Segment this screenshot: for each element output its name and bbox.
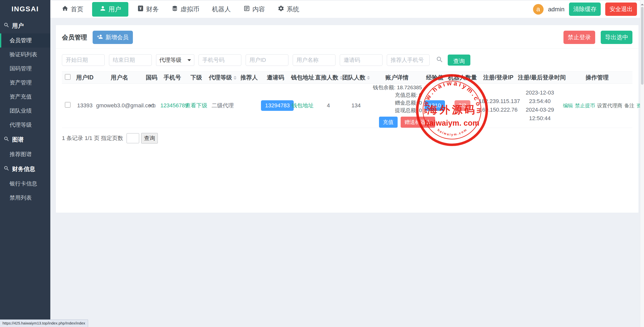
page-go-button[interactable]: 查询	[141, 133, 158, 144]
remark-link[interactable]: 备注	[624, 103, 634, 108]
phone-input[interactable]	[199, 54, 241, 66]
sidebar-item-bank-card-info[interactable]: 银行卡信息	[0, 177, 50, 191]
last-login-time: 2024-03-29 12:50:44	[518, 106, 562, 123]
chevron-down-icon	[187, 59, 191, 63]
add-member-button[interactable]: 新增会员	[93, 31, 133, 44]
sort-caret-icon[interactable]	[234, 76, 237, 80]
scrollbar[interactable]	[640, 0, 644, 327]
table-header-row: 用户ID 用户名 国码 手机号 下级 代理等级 推荐人 邀请码 钱包地址 直推人…	[62, 72, 632, 84]
sidebar-item-agent-level[interactable]: 代理等级	[0, 118, 50, 132]
page-number-input[interactable]	[127, 133, 139, 143]
sidebar-item-country-code[interactable]: 国码管理	[0, 62, 50, 76]
col-direct-count[interactable]: 直推人数	[315, 72, 342, 84]
clear-cache-button[interactable]: 清除缓存	[569, 3, 601, 16]
cell-ips: 182.239.115.137 169.150.222.76	[479, 84, 518, 128]
col-team-count[interactable]: 团队人数	[342, 72, 370, 84]
col-referrer: 推荐人	[237, 72, 261, 84]
magnifier-icon	[4, 136, 10, 144]
filter-bar: 代理等级 查询	[56, 49, 638, 70]
sidebar-section-label: 财务信息	[12, 165, 35, 173]
coins-icon	[171, 5, 178, 13]
home-icon	[62, 5, 68, 13]
sidebar-section-finance-info[interactable]: 财务信息	[0, 161, 50, 177]
sidebar-section-label: 用户	[12, 22, 24, 30]
member-management-card: 会员管理 新增会员 禁止登录 导出选中 代理等级 查询	[56, 25, 638, 213]
pagination-summary: 1 条记录 1/1 页 指定页数	[62, 134, 123, 142]
register-time: 2023-12-03 23:54:40	[518, 88, 562, 106]
username-input[interactable]	[293, 54, 335, 66]
nav-item-system[interactable]: 系统	[271, 0, 306, 18]
end-date-input[interactable]	[109, 54, 152, 66]
sidebar-item-member-management[interactable]: 会员管理	[0, 33, 50, 48]
cell-agent-level: 二级代理	[208, 84, 237, 128]
invite-code-badge: 13294783	[261, 100, 294, 111]
sidebar-item-referral-graph[interactable]: 推荐图谱	[0, 147, 50, 161]
search-button[interactable]: 查询	[448, 55, 470, 66]
sidebar-item-disabled-list[interactable]: 禁用列表	[0, 191, 50, 205]
table-row: 13393 gmoweb3.0@gmail.com +1 123456789 查…	[62, 84, 632, 128]
sidebar-item-asset-recharge[interactable]: 资产充值	[0, 90, 50, 104]
cell-referrer	[237, 84, 261, 128]
wallet-address-link[interactable]: 钱包地址	[291, 102, 314, 109]
forbid-withdraw-link[interactable]: 禁止提币	[575, 103, 595, 108]
content-icon	[243, 5, 250, 13]
col-user-id: 用户ID	[73, 72, 96, 84]
nav-item-finance[interactable]: ¥ 财务	[131, 0, 165, 18]
sort-caret-icon[interactable]	[367, 76, 370, 80]
user-id-input[interactable]	[246, 54, 288, 66]
sidebar-item-captcha-list[interactable]: 验证码列表	[0, 48, 50, 62]
edit-link[interactable]: 编辑	[563, 103, 573, 108]
nav-item-crypto[interactable]: 虚拟币	[165, 0, 206, 18]
user-plus-icon	[97, 34, 103, 41]
nav-item-content[interactable]: 内容	[237, 0, 271, 18]
cell-username: gmoweb3.0@gmail.com	[96, 84, 143, 128]
col-account-details: 账户详情	[370, 72, 423, 84]
forbid-login-button[interactable]: 禁止登录	[563, 31, 595, 44]
wallet-balance-value: 18.726385	[397, 84, 422, 90]
robot-count-badge: 2/3	[454, 100, 470, 111]
cell-team-count: 134	[342, 84, 370, 128]
row-checkbox[interactable]	[65, 102, 70, 108]
nav-item-users[interactable]: 用户	[92, 2, 128, 17]
start-date-input[interactable]	[62, 54, 105, 66]
referrer-phone-input[interactable]	[387, 54, 430, 66]
view-subordinates-link[interactable]: 查看下级	[185, 102, 207, 109]
gift-robot-button[interactable]: 赠送机器人	[401, 117, 435, 128]
avatar: a	[533, 4, 544, 15]
export-selected-button[interactable]: 导出选中	[601, 31, 632, 44]
sidebar-section-users[interactable]: 用户	[0, 18, 50, 33]
user-icon	[99, 5, 106, 13]
set-agent-link[interactable]: 设置代理商	[597, 103, 622, 108]
col-register-time: 注册/最后登录时间	[518, 72, 562, 84]
nav-item-robot[interactable]: 机器人	[206, 0, 237, 18]
scroll-up-arrow-icon[interactable]	[641, 2, 644, 5]
nav-item-home[interactable]: 首页	[55, 0, 90, 18]
agent-level-select[interactable]: 代理等级	[156, 54, 194, 66]
sidebar-item-team-performance[interactable]: 团队业绩	[0, 104, 50, 118]
bonus-total-value: 0	[419, 100, 422, 106]
col-agent-level[interactable]: 代理等级	[208, 72, 237, 84]
recharge-total-value: 0	[419, 92, 422, 98]
col-operations: 操作管理	[562, 72, 632, 84]
col-register-ip: 注册/登录IP	[479, 72, 518, 84]
logout-button[interactable]: 安全退出	[605, 3, 637, 16]
pagination: 1 条记录 1/1 页 指定页数 查询	[62, 133, 632, 144]
sidebar-section-graph[interactable]: 图谱	[0, 132, 50, 147]
scrollbar-thumb[interactable]	[641, 7, 643, 85]
top-header: 首页 用户 ¥ 财务 虚拟币 机器人 内容 系统 a admin 清除缓存 安全…	[50, 0, 644, 18]
col-phone: 手机号	[160, 72, 184, 84]
finance-icon: ¥	[137, 5, 144, 13]
app-logo: INGSAI	[0, 0, 50, 18]
select-all-checkbox[interactable]	[65, 74, 70, 80]
sidebar-item-asset-management[interactable]: 资产管理	[0, 76, 50, 90]
cell-phone: 123456789	[160, 84, 184, 128]
status-bar-url: https://425.haiwaiym13.top/index.php/Ind…	[0, 319, 88, 327]
recharge-button[interactable]: 充值	[379, 117, 398, 128]
col-experience: 经验值	[424, 72, 446, 84]
members-table: 用户ID 用户名 国码 手机号 下级 代理等级 推荐人 邀请码 钱包地址 直推人…	[62, 71, 632, 128]
cell-times: 2023-12-03 23:54:40 2024-03-29 12:50:44	[518, 84, 562, 128]
sidebar-section-label: 图谱	[12, 136, 24, 144]
cell-direct-count: 4	[315, 84, 342, 128]
col-wallet-address: 钱包地址	[290, 72, 315, 84]
invite-code-input[interactable]	[340, 54, 383, 66]
